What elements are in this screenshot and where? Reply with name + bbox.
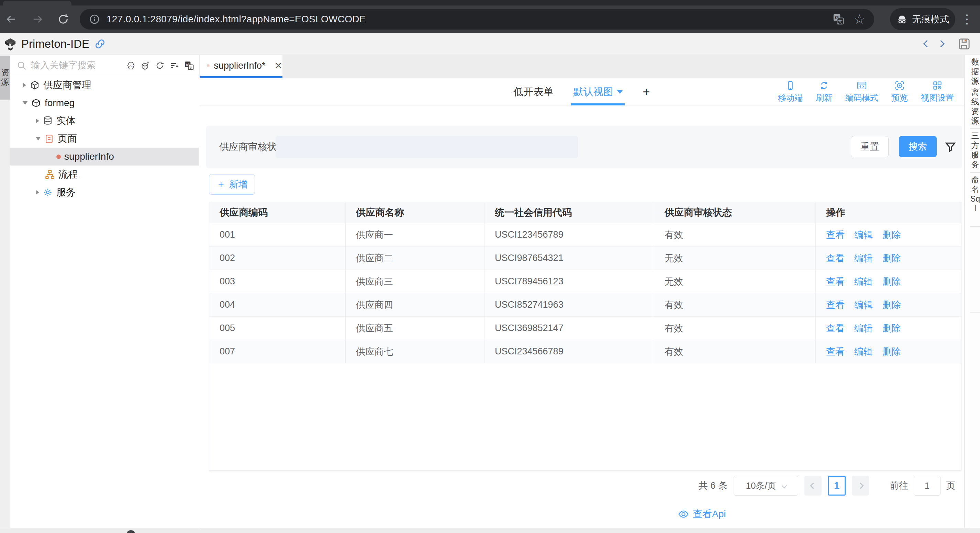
cell-actions: 查看 编辑 删除 xyxy=(816,270,961,293)
rail-item-thirdparty[interactable]: 三方服务 xyxy=(970,129,980,173)
tree-item-pages[interactable]: 页面 xyxy=(10,130,199,148)
forward-icon[interactable] xyxy=(31,13,45,26)
tool-label: 编码模式 xyxy=(845,92,878,103)
delete-link[interactable]: 删除 xyxy=(882,229,901,241)
doc-tab-label: supplierInfo* xyxy=(214,60,265,71)
tab-default-view[interactable]: 默认视图 xyxy=(573,78,623,105)
tree-item-supplierinfo[interactable]: supplierInfo xyxy=(10,148,199,165)
delete-link[interactable]: 删除 xyxy=(882,322,901,335)
search-button[interactable]: 搜索 xyxy=(899,136,937,157)
goto-label: 前往 xyxy=(889,479,908,492)
delete-link[interactable]: 删除 xyxy=(882,346,901,358)
ai-assistant-icon[interactable]: AI xyxy=(126,61,136,70)
edit-link[interactable]: 编辑 xyxy=(854,252,873,265)
expander-down-icon[interactable] xyxy=(23,101,27,105)
refresh-icon xyxy=(819,80,829,90)
preview-button[interactable]: 预览 xyxy=(886,80,913,103)
nav-next-icon[interactable] xyxy=(937,40,945,48)
view-link[interactable]: 查看 xyxy=(826,299,845,311)
chevron-down-icon[interactable] xyxy=(617,90,623,94)
mobile-mode-button[interactable]: 移动端 xyxy=(773,80,808,103)
expander-down-icon[interactable] xyxy=(36,137,41,140)
back-icon[interactable] xyxy=(4,13,18,26)
new-module-icon[interactable] xyxy=(140,61,150,70)
sort-list-icon[interactable] xyxy=(169,61,179,70)
resource-rail-tab[interactable]: 资源 xyxy=(0,56,10,100)
incognito-badge: 无痕模式 xyxy=(890,8,955,30)
expander-right-icon[interactable] xyxy=(36,119,39,123)
current-page[interactable]: 1 xyxy=(828,476,846,496)
prev-page-button[interactable] xyxy=(804,476,822,496)
gear-icon xyxy=(43,187,53,197)
delete-link[interactable]: 删除 xyxy=(882,275,901,288)
close-icon[interactable]: ✕ xyxy=(275,60,282,71)
cell-usci: USCI987654321 xyxy=(485,247,654,270)
browser-menu-icon[interactable]: ⋮ xyxy=(961,10,973,28)
reset-button[interactable]: 重置 xyxy=(851,136,889,157)
add-button[interactable]: ＋ 新增 xyxy=(209,174,255,195)
refresh-button[interactable]: 刷新 xyxy=(811,80,837,103)
cell-name: 供应商二 xyxy=(346,247,485,270)
filter-funnel-icon[interactable] xyxy=(944,141,957,153)
delete-link[interactable]: 删除 xyxy=(882,252,901,265)
cell-actions: 查看 编辑 删除 xyxy=(816,247,961,270)
rail-item-namedsql[interactable]: 命名Sql xyxy=(970,173,980,227)
tree-item-entity[interactable]: 实体 xyxy=(10,112,199,130)
add-view-tab[interactable]: + xyxy=(643,78,650,105)
tree-item-supplier-mgmt[interactable]: 供应商管理 xyxy=(10,76,199,94)
total-count: 共 6 条 xyxy=(698,479,727,492)
view-api-label: 查看Api xyxy=(693,508,726,520)
translate-icon[interactable]: G 文 xyxy=(832,13,845,25)
incognito-icon xyxy=(896,13,908,25)
refresh-tree-icon[interactable] xyxy=(155,61,165,70)
edit-link[interactable]: 编辑 xyxy=(854,299,873,311)
link-icon[interactable] xyxy=(94,38,106,50)
app-title-row: Primeton-IDE xyxy=(0,33,980,55)
tree-item-formeg[interactable]: formeg xyxy=(10,94,199,112)
address-bar[interactable]: 127.0.0.1:28079/ide/index.html?appName=E… xyxy=(80,9,874,30)
expander-right-icon[interactable] xyxy=(36,190,39,195)
view-link[interactable]: 查看 xyxy=(826,346,845,358)
view-link[interactable]: 查看 xyxy=(826,322,845,335)
database-icon xyxy=(43,116,53,126)
pagination: 共 6 条 10条/页 1 前往 页 xyxy=(0,475,955,496)
col-header-name: 供应商名称 xyxy=(346,202,485,223)
expander-right-icon[interactable] xyxy=(23,83,26,87)
translate-toggle-icon[interactable]: En 文 xyxy=(184,60,194,71)
code-mode-button[interactable]: 编码模式 xyxy=(840,80,883,103)
bookmark-star-icon[interactable]: ☆ xyxy=(854,13,865,26)
edit-link[interactable]: 编辑 xyxy=(854,275,873,288)
view-tab-label: 默认视图 xyxy=(573,85,613,99)
next-page-button[interactable] xyxy=(852,476,869,496)
site-info-icon[interactable] xyxy=(89,13,100,25)
url-text[interactable]: 127.0.0.1:28079/ide/index.html?appName=E… xyxy=(107,14,366,25)
delete-link[interactable]: 删除 xyxy=(882,299,901,311)
view-settings-button[interactable]: 视图设置 xyxy=(916,80,959,103)
tab-lowcode-form[interactable]: 低开表单 xyxy=(513,78,553,105)
cell-status: 无效 xyxy=(654,247,816,270)
goto-page-input[interactable] xyxy=(914,476,940,496)
browser-active-tab[interactable] xyxy=(3,1,72,5)
sidebar-search-input[interactable] xyxy=(31,60,120,71)
view-api-link[interactable]: 查看Api xyxy=(678,508,726,520)
tree-item-process[interactable]: 流程 xyxy=(10,165,199,183)
doc-tab-supplierinfo[interactable]: supplierInfo* ✕ xyxy=(200,55,282,76)
edit-link[interactable]: 编辑 xyxy=(854,322,873,335)
resource-sidebar: AI xyxy=(10,55,199,528)
view-link[interactable]: 查看 xyxy=(826,252,845,265)
page-size-select[interactable]: 10条/页 xyxy=(733,476,798,496)
status-filter-input[interactable] xyxy=(275,136,578,158)
browser-toolbar: 127.0.0.1:28079/ide/index.html?appName=E… xyxy=(0,5,980,33)
edit-link[interactable]: 编辑 xyxy=(854,346,873,358)
reload-icon[interactable] xyxy=(56,13,70,26)
nav-prev-icon[interactable] xyxy=(923,40,931,48)
tree-item-services[interactable]: 服务 xyxy=(10,183,199,201)
rail-item-datasource[interactable]: 数据源 xyxy=(970,55,980,85)
view-link[interactable]: 查看 xyxy=(826,275,845,288)
cell-name: 供应商一 xyxy=(346,223,485,246)
rail-item-offline[interactable]: 离线资源 xyxy=(970,85,980,129)
save-icon[interactable] xyxy=(957,37,971,51)
page-icon xyxy=(44,133,54,144)
view-link[interactable]: 查看 xyxy=(826,229,845,241)
edit-link[interactable]: 编辑 xyxy=(854,229,873,241)
